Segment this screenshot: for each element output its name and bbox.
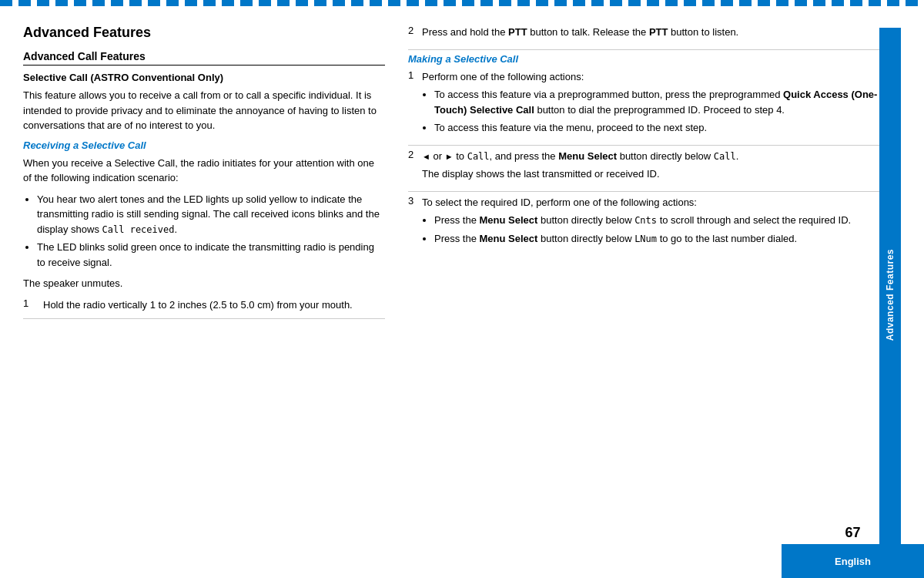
page-title: Advanced Features	[23, 25, 385, 41]
side-tab-text: Advanced Features	[885, 249, 896, 341]
step2-extra: The display shows the last transmitted o…	[422, 166, 879, 182]
bullet-item: To access this feature via a preprogramm…	[434, 87, 879, 117]
step1-intro: Perform one of the following actions:	[422, 69, 879, 85]
receiving-heading: Receiving a Selective Call	[23, 139, 385, 151]
right-step-3: 3 To select the required ID, perform one…	[408, 195, 879, 256]
making-heading: Making a Selective Call	[408, 53, 879, 65]
call-code-1: Call	[467, 151, 490, 162]
step-number: 2	[408, 25, 422, 43]
step-number: 1	[23, 297, 38, 313]
step2-call-text: ◄ or ► to Call, and press the Menu Selec…	[422, 149, 879, 164]
ptt-bold-1: PTT	[508, 26, 527, 38]
right-step-2-call: 2 ◄ or ► to Call, and press the Menu Sel…	[408, 149, 879, 192]
bottom-language-bar: English	[782, 544, 924, 578]
bullet-item: To access this feature via the menu, pro…	[434, 120, 879, 136]
intro-text: This feature allows you to receive a cal…	[23, 88, 385, 133]
indication-bullets: You hear two alert tones and the LED lig…	[37, 192, 385, 271]
step2-ptt-text: Press and hold the PTT button to talk. R…	[422, 25, 879, 40]
step1-text: Hold the radio vertically 1 to 2 inches …	[43, 297, 385, 313]
right-step-2-ptt: 2 Press and hold the PTT button to talk.…	[408, 25, 879, 50]
step3-text: To select the required ID, perform one o…	[422, 195, 879, 210]
step-number: 2	[408, 149, 422, 185]
right-step-1: 1 Perform one of the following actions: …	[408, 69, 879, 146]
subsection-title: Selective Call (ASTRO Conventional Only)	[23, 72, 385, 83]
step1-bullets: To access this feature via a preprogramm…	[434, 87, 879, 136]
arrow-left: ◄	[422, 152, 430, 161]
bullet-item: You hear two alert tones and the LED lig…	[37, 192, 385, 237]
menu-select-bold: Menu Select	[558, 150, 617, 162]
top-border	[0, 0, 924, 6]
menu-select-bold: Menu Select	[480, 214, 538, 226]
page-number: 67	[782, 521, 924, 544]
speaker-text: The speaker unmutes.	[23, 276, 385, 291]
left-column: Advanced Features Advanced Call Features…	[23, 22, 400, 563]
bullet-item: Press the Menu Select button directly be…	[434, 213, 879, 228]
language-label: English	[835, 556, 871, 567]
left-step-1: 1 Hold the radio vertically 1 to 2 inche…	[23, 297, 385, 320]
cnts-code: Cnts	[634, 215, 657, 226]
side-tab: Advanced Features	[879, 28, 901, 563]
lnum-code: LNum	[634, 234, 657, 244]
menu-select-bold: Menu Select	[480, 233, 538, 244]
section-title: Advanced Call Features	[23, 50, 385, 66]
right-column: 2 Press and hold the PTT button to talk.…	[400, 22, 879, 563]
step-number: 1	[408, 69, 422, 139]
step-number: 3	[408, 195, 422, 250]
bullet-item: The LED blinks solid green once to indic…	[37, 240, 385, 270]
qatc-bold: Quick Access (One-Touch) Selective Call	[434, 89, 877, 116]
bullet-item: Press the Menu Select button directly be…	[434, 231, 879, 247]
receiving-intro: When you receive a Selective Call, the r…	[23, 156, 385, 186]
ptt-bold-2: PTT	[649, 26, 668, 38]
step3-bullets: Press the Menu Select button directly be…	[434, 213, 879, 246]
call-code-2: Call	[714, 151, 736, 162]
arrow-right: ►	[445, 152, 454, 161]
